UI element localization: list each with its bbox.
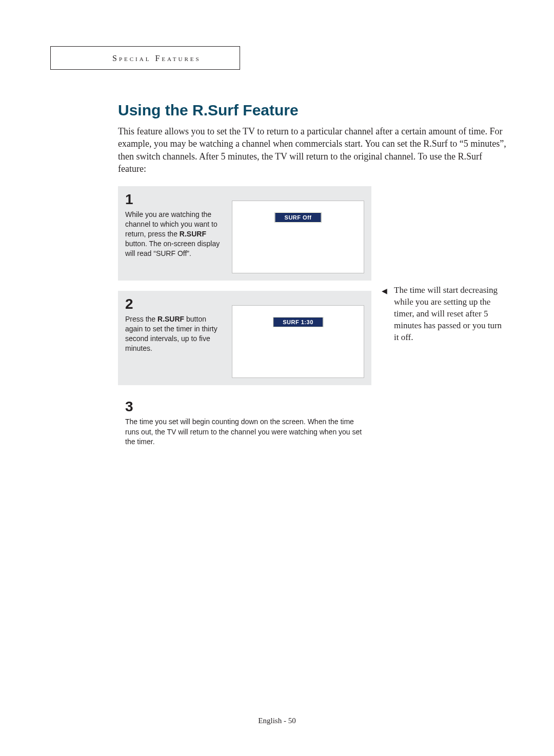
step-number: 1 <box>125 192 224 207</box>
step-text-post: button. The on-screen display will read … <box>125 240 220 257</box>
step-3: 3 The time you set will begin counting d… <box>118 395 371 454</box>
tv-screen-preview: SURF Off <box>232 201 364 273</box>
side-note: The time will start decreasing while you… <box>382 285 508 344</box>
step-text-pre: Press the <box>125 315 157 323</box>
step-1: 1 While you are watching the channel to … <box>118 186 371 281</box>
step-body: The time you set will begin counting dow… <box>125 417 364 447</box>
section-label: Special Features <box>50 46 240 70</box>
step-text-bold: R.SURF <box>180 230 206 238</box>
steps-container: 1 While you are watching the channel to … <box>118 186 508 465</box>
osd-indicator: SURF 1:30 <box>273 317 323 327</box>
step-number: 2 <box>125 297 224 311</box>
step-number: 3 <box>125 400 364 414</box>
osd-indicator: SURF Off <box>275 212 322 223</box>
tv-screen-preview: SURF 1:30 <box>232 305 364 378</box>
step-body: While you are watching the channel to wh… <box>125 210 224 258</box>
page-footer: English - 50 <box>0 717 554 725</box>
step-text-bold: R.SURF <box>157 315 184 323</box>
intro-paragraph: This feature allows you to set the TV to… <box>118 125 508 175</box>
step-2: 2 Press the R.SURF button again to set t… <box>118 291 371 385</box>
page-title: Using the R.Surf Feature <box>118 102 508 119</box>
step-body: Press the R.SURF button again to set the… <box>125 314 224 353</box>
